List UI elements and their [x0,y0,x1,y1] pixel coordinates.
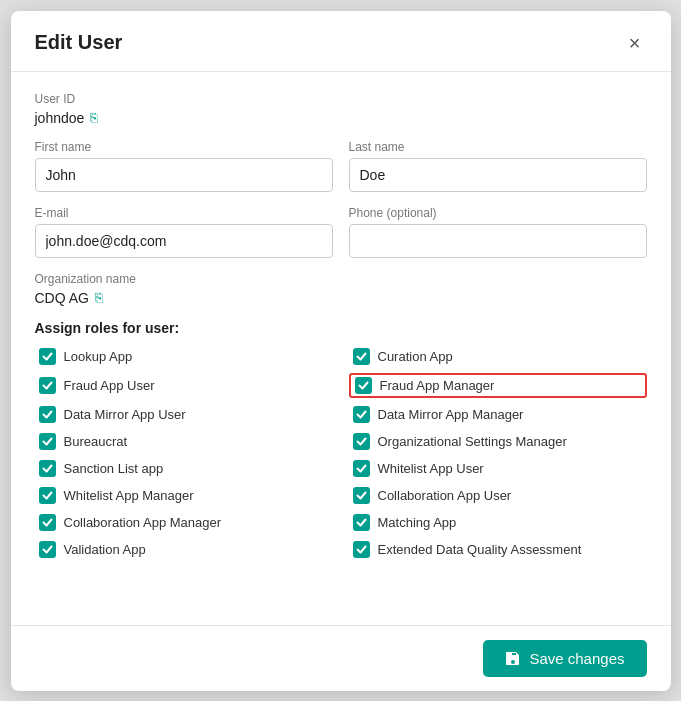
save-button-label: Save changes [529,650,624,667]
role-checkbox [39,377,56,394]
role-label: Curation App [378,349,453,364]
email-col: E-mail [35,206,333,258]
role-checkbox [353,433,370,450]
role-item-right-1[interactable]: Fraud App Manager [349,373,647,398]
role-item-right-2[interactable]: Data Mirror App Manager [349,404,647,425]
checkmark-icon [42,380,53,391]
copy-user-id-icon[interactable]: ⎘ [90,110,98,125]
role-label: Extended Data Quality Assessment [378,542,582,557]
first-name-col: First name [35,140,333,192]
save-icon [505,650,521,666]
org-name-label: Organization name [35,272,647,286]
role-item-right-5[interactable]: Collaboration App User [349,485,647,506]
role-item-right-3[interactable]: Organizational Settings Manager [349,431,647,452]
user-id-value: johndoe ⎘ [35,110,647,126]
checkmark-icon [42,544,53,555]
role-label: Whitelist App Manager [64,488,194,503]
role-checkbox [353,460,370,477]
role-label: Data Mirror App Manager [378,407,524,422]
org-name-value: CDQ AG ⎘ [35,290,647,306]
checkmark-icon [42,436,53,447]
checkmark-icon [42,351,53,362]
role-label: Bureaucrat [64,434,128,449]
edit-user-modal: Edit User × User ID johndoe ⎘ First name… [11,11,671,691]
role-checkbox [39,487,56,504]
last-name-label: Last name [349,140,647,154]
first-name-label: First name [35,140,333,154]
email-input[interactable] [35,224,333,258]
role-item-left-0[interactable]: Lookup App [35,346,333,367]
role-checkbox [353,406,370,423]
checkmark-icon [356,463,367,474]
phone-input[interactable] [349,224,647,258]
phone-label: Phone (optional) [349,206,647,220]
copy-org-icon[interactable]: ⎘ [95,290,103,305]
role-item-left-5[interactable]: Whitelist App Manager [35,485,333,506]
role-checkbox [39,433,56,450]
first-name-input[interactable] [35,158,333,192]
role-label: Fraud App Manager [380,378,495,393]
role-label: Validation App [64,542,146,557]
role-item-right-6[interactable]: Matching App [349,512,647,533]
checkmark-icon [358,380,369,391]
checkmark-icon [356,544,367,555]
role-checkbox [353,348,370,365]
phone-col: Phone (optional) [349,206,647,258]
role-label: Sanction List app [64,461,164,476]
role-checkbox [39,541,56,558]
org-name-group: Organization name CDQ AG ⎘ [35,272,647,306]
modal-title: Edit User [35,31,123,54]
role-item-left-1[interactable]: Fraud App User [35,373,333,398]
role-checkbox [355,377,372,394]
role-item-right-0[interactable]: Curation App [349,346,647,367]
role-item-right-7[interactable]: Extended Data Quality Assessment [349,539,647,560]
org-name-text: CDQ AG [35,290,89,306]
checkmark-icon [356,517,367,528]
role-item-left-7[interactable]: Validation App [35,539,333,560]
role-checkbox [39,460,56,477]
roles-grid: Lookup App Curation App Fraud App User [35,346,647,560]
modal-footer: Save changes [11,625,671,691]
role-checkbox [353,487,370,504]
checkmark-icon [42,409,53,420]
role-label: Lookup App [64,349,133,364]
role-item-left-4[interactable]: Sanction List app [35,458,333,479]
last-name-input[interactable] [349,158,647,192]
name-row: First name Last name [35,140,647,192]
roles-section-title: Assign roles for user: [35,320,647,336]
role-label: Fraud App User [64,378,155,393]
checkmark-icon [356,436,367,447]
role-checkbox [39,348,56,365]
save-button[interactable]: Save changes [483,640,646,677]
role-label: Organizational Settings Manager [378,434,567,449]
role-label: Data Mirror App User [64,407,186,422]
last-name-col: Last name [349,140,647,192]
role-label: Matching App [378,515,457,530]
role-item-left-2[interactable]: Data Mirror App User [35,404,333,425]
modal-body: User ID johndoe ⎘ First name Last name E… [11,72,671,625]
role-label: Collaboration App User [378,488,512,503]
role-checkbox [39,514,56,531]
email-phone-row: E-mail Phone (optional) [35,206,647,258]
checkmark-icon [42,463,53,474]
checkmark-icon [356,351,367,362]
close-button[interactable]: × [623,31,647,55]
role-checkbox [353,541,370,558]
role-item-left-6[interactable]: Collaboration App Manager [35,512,333,533]
checkmark-icon [42,490,53,501]
checkmark-icon [42,517,53,528]
role-item-left-3[interactable]: Bureaucrat [35,431,333,452]
role-checkbox [39,406,56,423]
user-id-label: User ID [35,92,647,106]
checkmark-icon [356,490,367,501]
role-item-right-4[interactable]: Whitelist App User [349,458,647,479]
user-id-group: User ID johndoe ⎘ [35,92,647,126]
role-label: Collaboration App Manager [64,515,222,530]
user-id-text: johndoe [35,110,85,126]
email-label: E-mail [35,206,333,220]
checkmark-icon [356,409,367,420]
role-checkbox [353,514,370,531]
role-label: Whitelist App User [378,461,484,476]
modal-header: Edit User × [11,11,671,72]
